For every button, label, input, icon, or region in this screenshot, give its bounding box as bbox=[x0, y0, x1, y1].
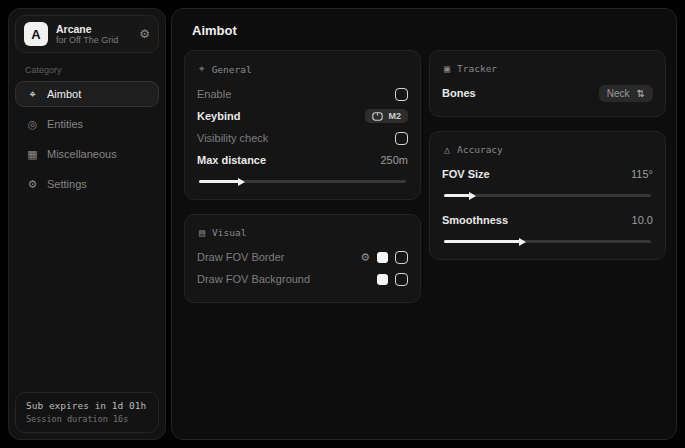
max-distance-slider[interactable] bbox=[199, 180, 406, 183]
sidebar-item-label: Settings bbox=[47, 178, 87, 190]
fov-size-slider[interactable] bbox=[444, 194, 651, 197]
sub-expiry-text: Sub expires in 1d 01h bbox=[26, 400, 148, 411]
app-logo: A bbox=[24, 22, 48, 46]
slider-thumb[interactable] bbox=[469, 192, 476, 200]
bones-row: Bones Neck ⇅ bbox=[442, 82, 653, 104]
draw-fov-background-row: Draw FOV Background bbox=[197, 268, 408, 290]
session-duration-text: Session duration 16s bbox=[26, 414, 148, 424]
slider-thumb[interactable] bbox=[238, 178, 245, 186]
gear-icon[interactable]: ⚙ bbox=[360, 251, 370, 264]
smoothness-label: Smoothness bbox=[442, 214, 508, 226]
accuracy-card-title: Accuracy bbox=[457, 144, 503, 155]
right-column: ▣ Tracker Bones Neck ⇅ △ Accuracy bbox=[429, 50, 666, 303]
general-card-header: ⌖ General bbox=[199, 63, 408, 75]
visual-card-header: ▤ Visual bbox=[199, 227, 408, 238]
bones-label: Bones bbox=[442, 87, 476, 99]
app-text: Arcane for Off The Grid bbox=[56, 23, 131, 45]
app-header: A Arcane for Off The Grid ⚙ bbox=[15, 15, 159, 53]
crosshair-icon: ⌖ bbox=[26, 88, 39, 101]
enable-row: Enable bbox=[197, 83, 408, 105]
smoothness-slider[interactable] bbox=[444, 240, 651, 243]
tracker-card-header: ▣ Tracker bbox=[444, 63, 653, 74]
gear-icon: ⚙ bbox=[26, 178, 39, 191]
max-distance-label: Max distance bbox=[197, 154, 266, 166]
chevron-up-down-icon: ⇅ bbox=[637, 88, 645, 99]
box-icon: ▣ bbox=[444, 63, 450, 74]
bones-dropdown[interactable]: Neck ⇅ bbox=[599, 85, 653, 102]
sidebar-item-label: Entities bbox=[47, 118, 83, 130]
app-subtitle: for Off The Grid bbox=[56, 35, 131, 45]
fov-size-label: FOV Size bbox=[442, 168, 490, 180]
draw-fov-background-label: Draw FOV Background bbox=[197, 273, 310, 285]
tracker-card: ▣ Tracker Bones Neck ⇅ bbox=[429, 50, 666, 117]
draw-fov-border-label: Draw FOV Border bbox=[197, 251, 284, 263]
max-distance-value: 250m bbox=[380, 154, 408, 166]
sidebar-spacer bbox=[15, 197, 159, 392]
visibility-check-checkbox[interactable] bbox=[395, 132, 408, 145]
page-title: Aimbot bbox=[192, 23, 666, 38]
visibility-check-label: Visibility check bbox=[197, 132, 268, 144]
slider-thumb[interactable] bbox=[519, 238, 526, 246]
visual-card: ▤ Visual Draw FOV Border ⚙ Draw FOV Back… bbox=[184, 214, 421, 303]
enable-label: Enable bbox=[197, 88, 231, 100]
window: A Arcane for Off The Grid ⚙ Category ⌖ A… bbox=[0, 0, 685, 448]
app-title: Arcane bbox=[56, 23, 131, 35]
grid-icon: ▦ bbox=[26, 148, 39, 161]
fov-size-row: FOV Size 115° bbox=[442, 163, 653, 185]
card-columns: ⌖ General Enable Keybind bbox=[184, 50, 666, 303]
draw-fov-border-controls: ⚙ bbox=[360, 251, 408, 264]
sidebar-item-settings[interactable]: ⚙ Settings bbox=[15, 171, 159, 197]
visibility-check-row: Visibility check bbox=[197, 127, 408, 149]
draw-fov-background-controls bbox=[377, 273, 408, 286]
draw-fov-border-checkbox[interactable] bbox=[395, 251, 408, 264]
sidebar-item-label: Aimbot bbox=[47, 88, 81, 100]
triangle-icon: △ bbox=[444, 144, 450, 155]
sidebar: A Arcane for Off The Grid ⚙ Category ⌖ A… bbox=[8, 8, 166, 440]
keybind-value: M2 bbox=[388, 111, 401, 121]
general-card-title: General bbox=[212, 64, 252, 75]
fov-border-color-swatch[interactable] bbox=[377, 252, 388, 263]
draw-fov-background-checkbox[interactable] bbox=[395, 273, 408, 286]
enable-checkbox[interactable] bbox=[395, 88, 408, 101]
entities-icon: ◎ bbox=[26, 118, 39, 131]
accuracy-card-header: △ Accuracy bbox=[444, 144, 653, 155]
image-icon: ▤ bbox=[199, 227, 205, 238]
draw-fov-border-row: Draw FOV Border ⚙ bbox=[197, 246, 408, 268]
keybind-badge[interactable]: M2 bbox=[365, 109, 408, 123]
crosshair-icon: ⌖ bbox=[199, 63, 205, 75]
left-column: ⌖ General Enable Keybind bbox=[184, 50, 421, 303]
sidebar-item-aimbot[interactable]: ⌖ Aimbot bbox=[15, 81, 159, 107]
tracker-card-title: Tracker bbox=[457, 63, 497, 74]
smoothness-value: 10.0 bbox=[632, 214, 653, 226]
max-distance-row: Max distance 250m bbox=[197, 149, 408, 171]
subscription-card: Sub expires in 1d 01h Session duration 1… bbox=[15, 392, 159, 433]
category-label: Category bbox=[25, 65, 159, 75]
fov-background-color-swatch[interactable] bbox=[377, 274, 388, 285]
accuracy-card: △ Accuracy FOV Size 115° Smoothness bbox=[429, 131, 666, 260]
sidebar-item-label: Miscellaneous bbox=[47, 148, 117, 160]
general-card: ⌖ General Enable Keybind bbox=[184, 50, 421, 200]
sidebar-nav: ⌖ Aimbot ◎ Entities ▦ Miscellaneous ⚙ Se… bbox=[15, 81, 159, 197]
gear-icon[interactable]: ⚙ bbox=[139, 27, 150, 41]
mouse-icon bbox=[372, 112, 383, 121]
keybind-row: Keybind M2 bbox=[197, 105, 408, 127]
bones-selected-value: Neck bbox=[607, 88, 630, 99]
fov-size-value: 115° bbox=[631, 168, 653, 180]
visual-card-title: Visual bbox=[212, 227, 246, 238]
sidebar-item-entities[interactable]: ◎ Entities bbox=[15, 111, 159, 137]
keybind-label: Keybind bbox=[197, 110, 240, 122]
sidebar-item-miscellaneous[interactable]: ▦ Miscellaneous bbox=[15, 141, 159, 167]
main-panel: Aimbot ⌖ General Enable Keybind bbox=[171, 8, 677, 440]
smoothness-row: Smoothness 10.0 bbox=[442, 209, 653, 231]
